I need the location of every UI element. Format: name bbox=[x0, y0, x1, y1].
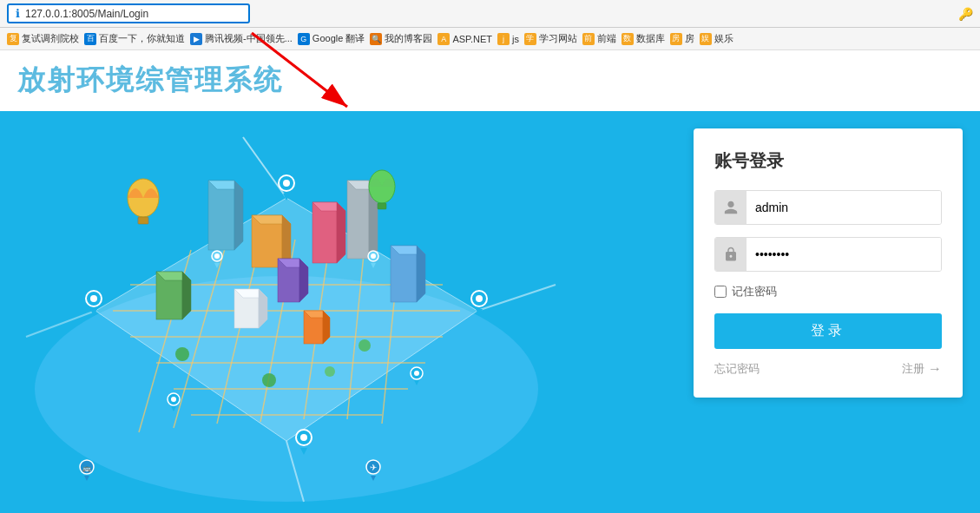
bookmark-label: 腾讯视频-中国领先... bbox=[205, 32, 293, 45]
svg-point-53 bbox=[283, 180, 290, 187]
svg-marker-23 bbox=[234, 181, 243, 250]
register-link[interactable]: 注册 → bbox=[902, 361, 942, 377]
lock-icon bbox=[715, 238, 747, 271]
bookmark-fushibiaodiao[interactable]: 复 复试调剂院校 bbox=[7, 32, 79, 45]
info-icon: ℹ bbox=[16, 7, 20, 20]
svg-text:🚌: 🚌 bbox=[82, 464, 91, 472]
key-icon: 🔑 bbox=[958, 7, 973, 21]
register-arrow-icon: → bbox=[928, 361, 942, 377]
bookmark-label: 复试调剂院校 bbox=[22, 32, 79, 45]
bookmark-icon: A bbox=[437, 33, 450, 45]
url-text: 127.0.0.1:8005/Main/Login bbox=[25, 8, 148, 20]
bookmark-label: 百度一下，你就知道 bbox=[99, 32, 185, 45]
svg-rect-27 bbox=[312, 202, 337, 263]
bookmark-icon: 百 bbox=[84, 33, 96, 45]
svg-rect-83 bbox=[138, 217, 148, 224]
svg-rect-33 bbox=[347, 181, 369, 259]
bookmark-entertainment[interactable]: 娱 娱乐 bbox=[700, 32, 733, 45]
bookmark-label: ASP.NET bbox=[452, 34, 492, 44]
svg-marker-81 bbox=[84, 476, 89, 481]
bookmark-icon: ▶ bbox=[190, 33, 202, 45]
bookmark-myblog[interactable]: 🔍 我的博客园 bbox=[370, 32, 432, 45]
svg-rect-21 bbox=[208, 181, 234, 250]
main-area: ✈ 🚌 bbox=[0, 111, 980, 513]
address-bar[interactable]: ℹ 127.0.0.1:8005/Main/Login bbox=[7, 3, 250, 23]
svg-point-65 bbox=[214, 253, 220, 259]
svg-point-74 bbox=[414, 371, 419, 376]
svg-point-48 bbox=[175, 347, 189, 361]
remember-label: 记住密码 bbox=[732, 284, 777, 299]
login-button[interactable]: 登录 bbox=[714, 313, 942, 349]
svg-marker-32 bbox=[182, 272, 191, 319]
forgot-password-link[interactable]: 忘记密码 bbox=[714, 361, 760, 377]
bookmark-label: js bbox=[512, 34, 519, 44]
bookmark-baidu[interactable]: 百 百度一下，你就知道 bbox=[84, 32, 185, 45]
bookmark-icon: 🔍 bbox=[370, 33, 382, 45]
address-bar-row: ℹ 127.0.0.1:8005/Main/Login 🔑 bbox=[0, 0, 980, 28]
bookmark-database[interactable]: 数 数据库 bbox=[622, 32, 665, 45]
svg-marker-44 bbox=[417, 246, 425, 302]
bookmark-icon: 娱 bbox=[700, 33, 712, 45]
bookmark-tencent[interactable]: ▶ 腾讯视频-中国领先... bbox=[190, 32, 293, 45]
svg-point-49 bbox=[358, 339, 371, 352]
svg-point-50 bbox=[262, 373, 276, 387]
lock-svg bbox=[723, 247, 739, 262]
bookmark-learning[interactable]: 学 学习网站 bbox=[524, 32, 577, 45]
bookmark-js[interactable]: j js bbox=[497, 33, 519, 45]
bookmark-label: Google 翻译 bbox=[312, 32, 365, 45]
bookmark-house[interactable]: 房 房 bbox=[670, 32, 694, 45]
bookmark-label: 前端 bbox=[597, 32, 616, 45]
bottom-links: 忘记密码 注册 → bbox=[714, 361, 942, 377]
bookmark-icon: 数 bbox=[622, 33, 634, 45]
bookmarks-bar: 复 复试调剂院校 百 百度一下，你就知道 ▶ 腾讯视频-中国领先... G Go… bbox=[0, 28, 980, 50]
bookmark-google-translate[interactable]: G Google 翻译 bbox=[298, 32, 365, 45]
register-label: 注册 bbox=[902, 361, 924, 377]
svg-rect-88 bbox=[378, 203, 386, 209]
bookmark-label: 学习网站 bbox=[539, 32, 577, 45]
bookmark-label: 数据库 bbox=[636, 32, 665, 45]
bookmark-icon: 复 bbox=[7, 33, 19, 45]
site-title: 放射环境综管理系统 bbox=[17, 62, 283, 100]
bookmark-label: 娱乐 bbox=[714, 32, 733, 45]
user-icon bbox=[715, 191, 747, 224]
svg-point-68 bbox=[371, 253, 376, 259]
bookmark-icon: G bbox=[298, 33, 310, 45]
svg-point-51 bbox=[325, 366, 335, 377]
svg-point-62 bbox=[300, 434, 307, 441]
city-svg: ✈ 🚌 bbox=[0, 111, 608, 513]
svg-marker-29 bbox=[337, 202, 345, 263]
bookmark-frontend[interactable]: 前 前端 bbox=[582, 32, 616, 45]
login-title: 账号登录 bbox=[714, 149, 942, 173]
password-input[interactable] bbox=[747, 238, 941, 271]
user-svg bbox=[723, 200, 739, 215]
login-panel: 账号登录 bbox=[694, 128, 963, 398]
bookmark-icon: j bbox=[497, 33, 510, 45]
bookmark-label: 我的博客园 bbox=[385, 32, 432, 45]
bookmark-icon: 前 bbox=[582, 33, 595, 45]
browser-chrome: ℹ 127.0.0.1:8005/Main/Login 🔑 复 复试调剂院校 百… bbox=[0, 0, 980, 50]
city-illustration: ✈ 🚌 bbox=[0, 111, 694, 513]
svg-text:✈: ✈ bbox=[370, 463, 377, 472]
bookmark-icon: 房 bbox=[670, 33, 682, 45]
bookmark-label: 房 bbox=[685, 32, 694, 45]
remember-checkbox[interactable] bbox=[714, 286, 727, 298]
svg-point-59 bbox=[476, 295, 483, 302]
svg-point-56 bbox=[90, 295, 97, 302]
svg-line-5 bbox=[477, 285, 556, 311]
svg-point-71 bbox=[171, 397, 176, 402]
page-content: 放射环境综管理系统 bbox=[0, 50, 980, 513]
bookmark-aspnet[interactable]: A ASP.NET bbox=[437, 33, 492, 45]
username-field bbox=[714, 190, 942, 225]
bookmark-icon: 学 bbox=[524, 33, 536, 45]
username-input[interactable] bbox=[747, 191, 941, 224]
password-field bbox=[714, 237, 942, 272]
svg-marker-60 bbox=[476, 309, 483, 316]
remember-row: 记住密码 bbox=[714, 284, 942, 299]
